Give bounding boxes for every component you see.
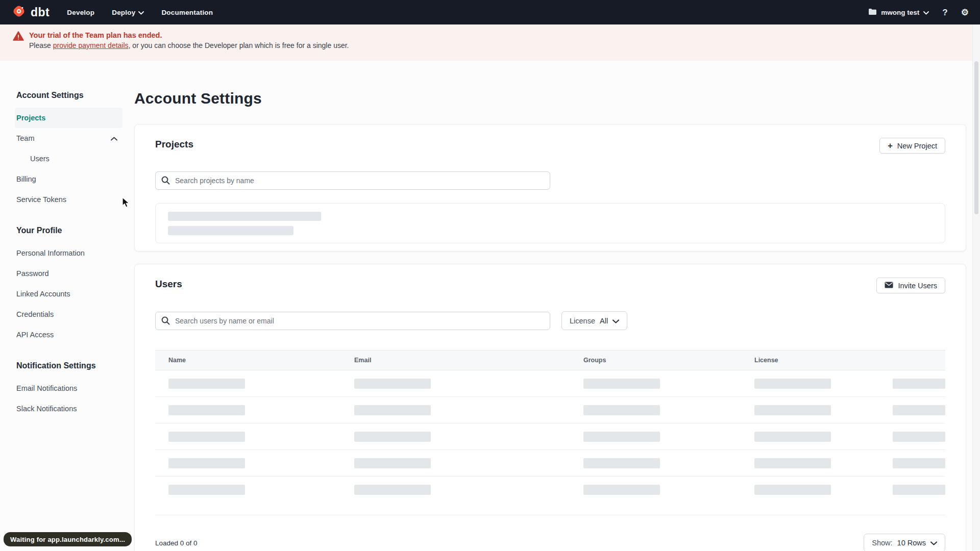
sidebar-item-api-access[interactable]: API Access bbox=[15, 324, 122, 345]
envelope-icon bbox=[885, 282, 893, 290]
skeleton-bar bbox=[583, 432, 660, 442]
sidebar-heading-notification-settings: Notification Settings bbox=[15, 360, 122, 371]
search-icon bbox=[161, 316, 170, 327]
skeleton-bar bbox=[754, 379, 831, 389]
users-section: Users Invite Users License All bbox=[134, 264, 966, 551]
users-table-body bbox=[155, 370, 945, 503]
sidebar-item-personal-information[interactable]: Personal Information bbox=[15, 243, 122, 263]
projects-section: Projects + New Project bbox=[134, 124, 966, 252]
projects-loading-skeleton bbox=[155, 203, 945, 243]
vertical-scrollbar[interactable] bbox=[972, 24, 980, 551]
sidebar-item-email-notifications[interactable]: Email Notifications bbox=[15, 378, 122, 398]
skeleton-bar bbox=[168, 458, 245, 468]
projects-search-input[interactable] bbox=[155, 171, 550, 190]
skeleton-bar bbox=[354, 379, 431, 389]
search-icon bbox=[161, 176, 170, 187]
users-table-header: Name Email Groups License bbox=[155, 350, 945, 370]
mouse-cursor bbox=[121, 197, 131, 210]
skeleton-bar bbox=[583, 379, 660, 389]
sidebar-item-team[interactable]: Team bbox=[15, 128, 122, 148]
projects-section-title: Projects bbox=[155, 138, 193, 150]
skeleton-bar bbox=[168, 405, 245, 415]
invite-users-button[interactable]: Invite Users bbox=[876, 278, 945, 293]
dbt-logo[interactable]: dbt bbox=[11, 4, 50, 21]
license-filter-dropdown[interactable]: License All bbox=[561, 311, 627, 330]
sidebar-item-users[interactable]: Users bbox=[15, 148, 122, 169]
sidebar-item-linked-accounts[interactable]: Linked Accounts bbox=[15, 284, 122, 304]
users-table-skeleton-row bbox=[155, 477, 945, 503]
sidebar-heading-account-settings: Account Settings bbox=[15, 90, 122, 101]
users-search bbox=[155, 312, 550, 330]
skeleton-bar bbox=[583, 405, 660, 415]
scrollbar-thumb[interactable] bbox=[974, 61, 978, 214]
column-header-groups: Groups bbox=[570, 357, 741, 364]
skeleton-bar bbox=[168, 212, 321, 221]
chevron-down-icon bbox=[612, 317, 619, 325]
plus-icon: + bbox=[888, 141, 893, 150]
skeleton-bar bbox=[354, 432, 431, 442]
main-content: Account Settings Projects + New Project bbox=[134, 0, 966, 551]
new-project-button[interactable]: + New Project bbox=[879, 138, 945, 154]
skeleton-bar bbox=[893, 432, 945, 442]
payment-details-link[interactable]: provide payment details bbox=[53, 41, 129, 49]
projects-search bbox=[155, 171, 550, 190]
column-header-name: Name bbox=[155, 357, 341, 364]
users-table-footer: Loaded 0 of 0 Show: 10 Rows bbox=[155, 534, 945, 551]
column-header-email: Email bbox=[341, 357, 570, 364]
dbt-logo-text: dbt bbox=[31, 6, 50, 19]
browser-status-bubble: Waiting for app.launchdarkly.com... bbox=[4, 532, 132, 546]
sidebar-item-password[interactable]: Password bbox=[15, 263, 122, 284]
page-title: Account Settings bbox=[134, 90, 966, 107]
rows-per-page-dropdown[interactable]: Show: 10 Rows bbox=[864, 534, 945, 551]
column-header-license: License bbox=[741, 357, 893, 364]
sidebar-item-credentials[interactable]: Credentials bbox=[15, 304, 122, 324]
skeleton-bar bbox=[893, 485, 945, 495]
sidebar-item-projects[interactable]: Projects bbox=[15, 108, 122, 128]
skeleton-bar bbox=[583, 458, 660, 468]
users-table-skeleton-row bbox=[155, 370, 945, 397]
skeleton-bar bbox=[754, 432, 831, 442]
loaded-count: Loaded 0 of 0 bbox=[155, 539, 198, 547]
users-table-skeleton-row bbox=[155, 450, 945, 477]
skeleton-bar bbox=[354, 405, 431, 415]
skeleton-bar bbox=[354, 485, 431, 495]
skeleton-bar bbox=[354, 458, 431, 468]
warning-triangle-icon bbox=[13, 31, 24, 61]
sidebar-heading-your-profile: Your Profile bbox=[15, 225, 122, 236]
users-table-skeleton-row bbox=[155, 397, 945, 423]
skeleton-bar bbox=[893, 405, 945, 415]
skeleton-bar bbox=[168, 432, 245, 442]
skeleton-bar bbox=[754, 405, 831, 415]
skeleton-bar bbox=[754, 485, 831, 495]
users-table: Name Email Groups License bbox=[155, 350, 945, 515]
skeleton-bar bbox=[583, 485, 660, 495]
skeleton-bar bbox=[893, 379, 945, 389]
users-search-input[interactable] bbox=[155, 312, 550, 330]
skeleton-bar bbox=[754, 458, 831, 468]
users-table-skeleton-row bbox=[155, 423, 945, 450]
skeleton-bar bbox=[893, 458, 945, 468]
users-section-title: Users bbox=[155, 278, 182, 290]
skeleton-bar bbox=[168, 379, 245, 389]
skeleton-bar bbox=[168, 485, 245, 495]
chevron-down-icon bbox=[930, 539, 937, 547]
settings-sidebar: Account Settings Projects Team Users Bil… bbox=[15, 90, 122, 419]
skeleton-bar bbox=[168, 226, 293, 235]
sidebar-item-billing[interactable]: Billing bbox=[15, 169, 122, 189]
chevron-up-icon bbox=[111, 134, 117, 142]
menu-develop[interactable]: Develop bbox=[67, 9, 94, 16]
sidebar-item-slack-notifications[interactable]: Slack Notifications bbox=[15, 398, 122, 419]
table-spacer bbox=[155, 503, 945, 515]
sidebar-item-service-tokens[interactable]: Service Tokens bbox=[15, 189, 122, 210]
dbt-logo-icon bbox=[11, 4, 27, 21]
app-window: dbt Develop Deploy Documentation mwong t… bbox=[0, 0, 980, 551]
